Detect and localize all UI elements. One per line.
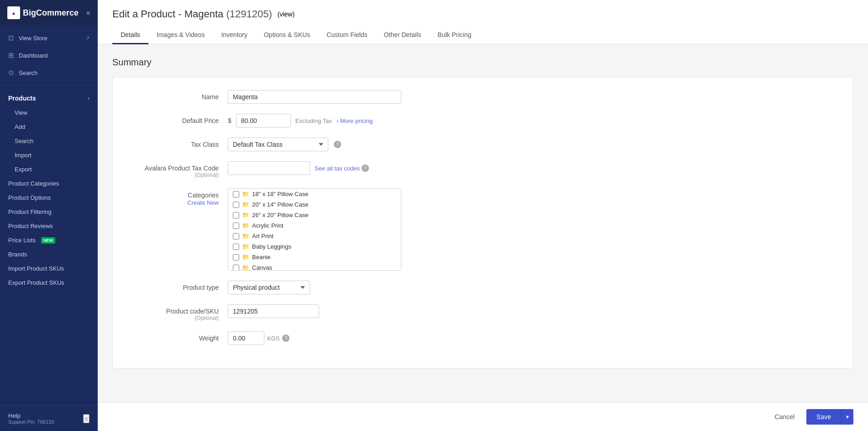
list-item[interactable]: 📁 Art Print bbox=[228, 231, 401, 241]
tax-class-select[interactable]: Default Tax Class Non-Taxable Products S… bbox=[228, 138, 328, 151]
more-pricing-link[interactable]: › More pricing bbox=[337, 117, 373, 124]
sidebar-item-view[interactable]: View bbox=[0, 106, 98, 120]
sidebar-item-dashboard[interactable]: ⊞ Dashboard bbox=[0, 47, 98, 64]
category-checkbox-baby-leggings[interactable] bbox=[233, 244, 239, 250]
products-section-label: Products bbox=[8, 95, 36, 102]
tab-inventory[interactable]: Inventory bbox=[213, 27, 256, 44]
tab-options-skus[interactable]: Options & SKUs bbox=[256, 27, 318, 44]
list-item[interactable]: 📁 26" x 20" Pillow Case bbox=[228, 210, 401, 220]
category-checkbox-art-print[interactable] bbox=[233, 233, 239, 239]
page-title: Edit a Product - Magenta (1291205) bbox=[112, 8, 272, 20]
sidebar-item-add[interactable]: Add bbox=[0, 120, 98, 134]
list-item[interactable]: 📁 Baby Leggings bbox=[228, 241, 401, 252]
export-label: Export bbox=[15, 166, 32, 173]
summary-title: Summary bbox=[112, 57, 853, 68]
sidebar-top-nav: ⊡ View Store ↗ ⊞ Dashboard ⊙ Search bbox=[0, 26, 98, 85]
list-item[interactable]: 📁 20" x 14" Pillow Case bbox=[228, 199, 401, 210]
search-products-label: Search bbox=[15, 138, 33, 144]
name-row: Name bbox=[127, 90, 838, 104]
sidebar-item-import[interactable]: Import bbox=[0, 148, 98, 162]
sidebar-item-product-filtering[interactable]: Product Filtering bbox=[0, 205, 98, 219]
import-label: Import bbox=[15, 152, 32, 159]
save-button[interactable]: Save bbox=[806, 409, 841, 425]
avalara-help-icon[interactable]: ? bbox=[362, 165, 369, 172]
page-title-row: Edit a Product - Magenta (1291205) (view… bbox=[112, 8, 853, 20]
tab-bulk-pricing[interactable]: Bulk Pricing bbox=[429, 27, 479, 44]
category-checkbox-canvas[interactable] bbox=[233, 265, 239, 271]
tab-other-details[interactable]: Other Details bbox=[376, 27, 430, 44]
external-link-icon: ↗ bbox=[85, 35, 89, 41]
sidebar-bottom: Help Support Pin: 768133 ∧ bbox=[0, 405, 98, 431]
sku-sublabel: (Optional) bbox=[127, 315, 219, 321]
support-pin: Support Pin: 768133 bbox=[8, 419, 54, 425]
see-tax-codes-link[interactable]: See all tax codes bbox=[315, 165, 360, 172]
logo-icon: ▲ bbox=[7, 6, 20, 19]
create-new-link[interactable]: Create New bbox=[187, 199, 219, 206]
content-area: Summary Name Default Price $ Excluding T… bbox=[98, 44, 868, 402]
category-checkbox-pillow-18[interactable] bbox=[233, 191, 239, 197]
cancel-button[interactable]: Cancel bbox=[767, 410, 802, 424]
weight-control: KGS ? bbox=[228, 331, 502, 345]
list-item[interactable]: 📁 Acrylic Print bbox=[228, 220, 401, 231]
view-store-label: View Store bbox=[19, 35, 47, 42]
sidebar-item-product-reviews[interactable]: Product Reviews bbox=[0, 219, 98, 233]
product-reviews-label: Product Reviews bbox=[8, 223, 53, 229]
help-section: Help Support Pin: 768133 bbox=[8, 412, 54, 425]
product-type-select[interactable]: Physical product Digital product Gift ce… bbox=[228, 281, 310, 294]
weight-unit-label: KGS bbox=[267, 335, 279, 342]
folder-icon: 📁 bbox=[242, 201, 249, 208]
weight-help-icon[interactable]: ? bbox=[282, 335, 289, 342]
currency-symbol: $ bbox=[228, 117, 231, 124]
name-input[interactable] bbox=[228, 90, 401, 104]
products-chevron-icon: ‹ bbox=[88, 95, 89, 101]
sidebar-item-view-store[interactable]: ⊡ View Store ↗ bbox=[0, 29, 98, 47]
list-item[interactable]: 📁 Beanie bbox=[228, 252, 401, 262]
save-dropdown-button[interactable]: ▾ bbox=[841, 409, 853, 425]
sidebar-item-brands[interactable]: Brands bbox=[0, 247, 98, 261]
weight-row: Weight KGS ? bbox=[127, 331, 838, 345]
sidebar-item-search-products[interactable]: Search bbox=[0, 134, 98, 148]
category-name: Acrylic Print bbox=[252, 222, 284, 229]
folder-icon: 📁 bbox=[242, 254, 249, 261]
tab-custom-fields[interactable]: Custom Fields bbox=[318, 27, 375, 44]
price-control: $ Excluding Tax › More pricing bbox=[228, 114, 502, 128]
category-name: Canvas bbox=[252, 264, 272, 271]
sidebar-item-export[interactable]: Export bbox=[0, 162, 98, 176]
categories-control: 📁 18" x 18" Pillow Case 📁 20" x 14" Pill… bbox=[228, 188, 502, 271]
sidebar-collapse-button[interactable]: « bbox=[86, 9, 90, 17]
page-header: Edit a Product - Magenta (1291205) (view… bbox=[98, 0, 868, 44]
sidebar-expand-button[interactable]: ∧ bbox=[83, 414, 89, 423]
category-checkbox-pillow-26[interactable] bbox=[233, 212, 239, 218]
list-item[interactable]: 📁 Canvas bbox=[228, 262, 401, 271]
price-row: Default Price $ Excluding Tax › More pri… bbox=[127, 114, 838, 128]
sidebar-item-import-product-skus[interactable]: Import Product SKUs bbox=[0, 261, 98, 276]
sidebar-item-product-options[interactable]: Product Options bbox=[0, 191, 98, 205]
sidebar-item-export-product-skus[interactable]: Export Product SKUs bbox=[0, 276, 98, 290]
price-input[interactable] bbox=[236, 114, 291, 128]
sidebar-item-price-lists[interactable]: Price Lists NEW bbox=[0, 233, 98, 247]
avalara-input[interactable] bbox=[228, 161, 310, 175]
view-product-link[interactable]: (view) bbox=[278, 11, 295, 18]
tab-images-videos[interactable]: Images & Videos bbox=[148, 27, 213, 44]
products-section-header[interactable]: Products ‹ bbox=[0, 91, 98, 106]
excluding-tax-label: Excluding Tax bbox=[295, 117, 332, 124]
brands-label: Brands bbox=[8, 251, 27, 258]
category-checkbox-pillow-20[interactable] bbox=[233, 202, 239, 208]
sku-input[interactable] bbox=[228, 304, 319, 318]
weight-input[interactable] bbox=[228, 331, 264, 345]
sidebar-item-product-categories[interactable]: Product Categories bbox=[0, 176, 98, 191]
category-checkbox-acrylic-print[interactable] bbox=[233, 223, 239, 229]
tab-details[interactable]: Details bbox=[112, 27, 148, 44]
store-icon: ⊡ bbox=[8, 34, 14, 42]
folder-icon: 📁 bbox=[242, 233, 249, 239]
tax-class-help-icon[interactable]: ? bbox=[334, 141, 341, 148]
category-checkbox-beanie[interactable] bbox=[233, 254, 239, 261]
list-item[interactable]: 📁 18" x 18" Pillow Case bbox=[228, 189, 401, 199]
category-name: Beanie bbox=[252, 254, 270, 261]
sidebar: ▲ BigCommerce « ⊡ View Store ↗ ⊞ Dashboa… bbox=[0, 0, 98, 431]
tabs: Details Images & Videos Inventory Option… bbox=[112, 27, 853, 44]
footer-bar: Cancel Save ▾ bbox=[98, 402, 868, 431]
tax-class-row: Tax Class Default Tax Class Non-Taxable … bbox=[127, 138, 838, 151]
sidebar-item-search[interactable]: ⊙ Search bbox=[0, 64, 98, 81]
avalara-sublabel: (Optional) bbox=[127, 172, 219, 178]
